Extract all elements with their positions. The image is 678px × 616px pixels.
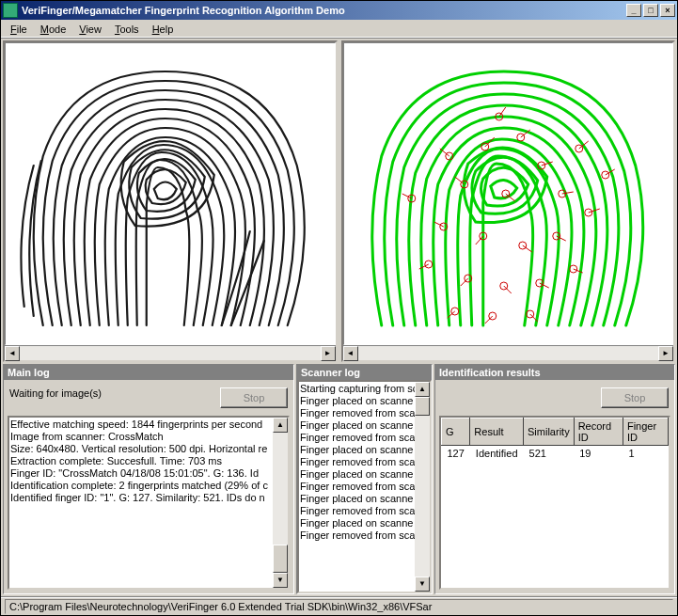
skeleton-fingerprint-image[interactable] — [343, 42, 674, 345]
identification-header: Identification results — [435, 365, 674, 380]
main-log-stop-button[interactable]: Stop — [220, 387, 288, 408]
svg-line-13 — [434, 222, 443, 227]
identification-results-panel: Identification results Stop GResultSimil… — [434, 364, 675, 594]
cell: Identified — [470, 446, 524, 462]
log-line: Finger placed on scanne — [300, 419, 429, 432]
column-header[interactable]: G — [442, 419, 470, 446]
menu-mode[interactable]: Mode — [35, 22, 72, 37]
cell: 1 — [623, 446, 668, 462]
scroll-right-icon[interactable]: ► — [658, 346, 673, 361]
image-panels-row: ◄ ► — [1, 39, 677, 364]
main-log-vscrollbar[interactable]: ▲ ▼ — [273, 418, 288, 588]
cell: 127 — [442, 446, 470, 462]
log-line: Starting capturing from sc — [300, 383, 429, 395]
log-line: Finger removed from scar — [300, 481, 429, 493]
scroll-down-icon[interactable]: ▼ — [273, 573, 288, 588]
skeleton-hscrollbar[interactable]: ◄ ► — [343, 345, 674, 360]
main-log-panel: Main log Waiting for image(s) Stop Effec… — [3, 364, 294, 594]
raw-fingerprint-panel: ◄ ► — [3, 40, 338, 362]
log-line: Finger placed on scanne — [300, 517, 429, 529]
log-line: Finger placed on scanne — [300, 395, 429, 407]
app-icon — [3, 3, 18, 18]
menu-view[interactable]: View — [73, 22, 107, 37]
log-line: Extraction complete: Succesfull. Time: 7… — [10, 455, 287, 467]
maximize-button[interactable]: □ — [643, 4, 658, 17]
log-line: Identified finger ID: "1". G: 127. Simil… — [10, 492, 287, 504]
log-line: Effective matching speed: 1844 fingerpri… — [10, 419, 287, 431]
identification-body: Stop GResultSimilarityRecord IDFinger ID… — [435, 380, 674, 593]
scroll-left-icon[interactable]: ◄ — [5, 346, 20, 361]
scroll-track[interactable] — [358, 346, 659, 360]
log-line: Finger removed from scar — [300, 407, 429, 419]
window-buttons: _ □ × — [626, 4, 675, 17]
identification-stop-button[interactable]: Stop — [601, 387, 669, 408]
log-line: Finger removed from scar — [300, 456, 429, 468]
log-line: Finger placed on scanne — [300, 468, 429, 481]
log-line: Finger removed from scar — [300, 432, 429, 444]
scanner-log-vscrollbar[interactable]: ▲ ▼ — [415, 382, 430, 592]
scroll-thumb[interactable] — [273, 545, 288, 573]
content-area: ◄ ► — [1, 39, 677, 596]
results-table-wrap: GResultSimilarityRecord IDFinger ID 127I… — [439, 416, 670, 590]
log-line: Identification complete: 2 fingerprints … — [10, 480, 287, 492]
log-line: Finger ID: "CrossMatch 04/18/08 15:01:05… — [10, 467, 287, 480]
scanner-log-panel: Scanner log Starting capturing from scFi… — [296, 364, 433, 594]
log-line: Finger placed on scanne — [300, 493, 429, 505]
menu-file[interactable]: File — [5, 22, 33, 37]
scroll-down-icon[interactable]: ▼ — [415, 577, 430, 592]
scroll-right-icon[interactable]: ► — [321, 346, 336, 361]
scroll-thumb[interactable] — [415, 397, 430, 416]
log-line: Image from scanner: CrossMatch — [10, 431, 287, 443]
table-row[interactable]: 127Identified521191 — [442, 446, 669, 462]
app-window: VeriFinger/Megamatcher Fingerprint Recog… — [0, 0, 678, 616]
menu-bar: File Mode View Tools Help — [1, 20, 677, 39]
log-line: Size: 640x480. Vertical resolution: 500 … — [10, 443, 287, 455]
main-log-body: Waiting for image(s) Stop Effective matc… — [4, 380, 293, 593]
results-table[interactable]: GResultSimilarityRecord IDFinger ID 127I… — [441, 418, 669, 461]
scanner-log-header: Scanner log — [297, 365, 432, 380]
status-path: C:\Program Files\Neurotechnology\VeriFin… — [5, 599, 673, 614]
menu-help[interactable]: Help — [147, 22, 180, 37]
scroll-up-icon[interactable]: ▲ — [273, 418, 288, 433]
status-bar: C:\Program Files\Neurotechnology\VeriFin… — [1, 596, 677, 615]
scanner-log-list[interactable]: Starting capturing from scFinger placed … — [297, 380, 432, 593]
raw-hscrollbar[interactable]: ◄ ► — [5, 345, 336, 360]
window-title: VeriFinger/Megamatcher Fingerprint Recog… — [22, 5, 626, 16]
cell: 19 — [574, 446, 623, 462]
menu-tools[interactable]: Tools — [109, 22, 145, 37]
main-log-header: Main log — [4, 365, 293, 380]
close-button[interactable]: × — [660, 4, 675, 17]
raw-fingerprint-image[interactable] — [5, 42, 336, 345]
column-header[interactable]: Similarity — [524, 419, 575, 446]
column-header[interactable]: Result — [470, 419, 524, 446]
log-line: Finger removed from scar — [300, 529, 429, 542]
skeleton-fingerprint-panel: ◄ ► — [341, 40, 676, 362]
scroll-track[interactable] — [20, 346, 321, 360]
column-header[interactable]: Finger ID — [623, 419, 668, 446]
main-log-list[interactable]: Effective matching speed: 1844 fingerpri… — [8, 416, 290, 590]
log-line: Finger removed from scar — [300, 505, 429, 517]
bottom-panels-row: Main log Waiting for image(s) Stop Effec… — [1, 364, 677, 596]
scroll-left-icon[interactable]: ◄ — [343, 346, 358, 361]
cell: 521 — [524, 446, 575, 462]
main-log-status: Waiting for image(s) — [9, 387, 216, 399]
scroll-up-icon[interactable]: ▲ — [415, 382, 430, 397]
title-bar[interactable]: VeriFinger/Megamatcher Fingerprint Recog… — [1, 1, 677, 20]
column-header[interactable]: Record ID — [574, 419, 623, 446]
log-line: Finger placed on scanne — [300, 444, 429, 456]
minimize-button[interactable]: _ — [626, 4, 641, 17]
